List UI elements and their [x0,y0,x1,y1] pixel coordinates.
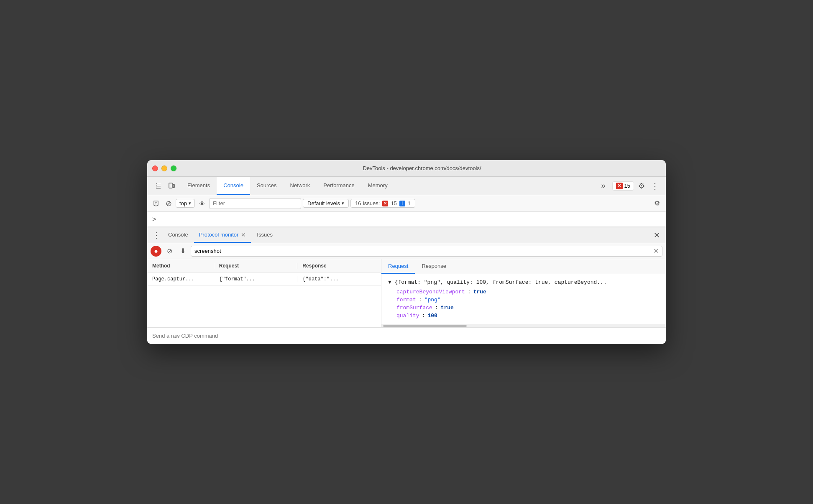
protocol-toolbar: ● ⊘ ⬇ ✕ [147,243,666,259]
th-response: Response [297,263,381,269]
breadcrumb-area: > [147,212,666,227]
tab-elements[interactable]: Elements [181,177,217,195]
bottom-panel: ⋮ Console Protocol monitor ✕ Issues ✕ ● [147,227,666,344]
filter-input[interactable] [209,198,301,209]
window-title: DevTools - developer.chrome.com/docs/dev… [183,165,661,171]
detail-tab-response[interactable]: Response [415,259,453,274]
search-bar: ✕ [191,246,662,257]
table-header: Method Request Response [147,259,381,272]
svg-marker-2 [154,201,158,206]
table-right: Request Response ▼ {format: "png", quali… [381,259,666,327]
top-selector[interactable]: top ▾ [176,199,195,208]
levels-arrow-icon: ▾ [342,201,344,206]
panel-tab-issues[interactable]: Issues [252,227,278,243]
prop-value-capture-beyond: true [473,289,486,295]
traffic-lights [152,165,176,171]
default-levels-selector[interactable]: Default levels ▾ [303,199,349,208]
stop-button[interactable]: ⊘ [164,246,175,257]
detail-prop-from-surface: fromSurface : true [396,305,659,311]
detail-prop-capture-beyond: captureBeyondViewport : true [396,289,659,295]
detail-prop-format: format : "png" [396,297,659,303]
prop-key-format: format [396,297,416,303]
search-input[interactable] [194,248,653,254]
error-count-badge[interactable]: ✕ 15 [612,181,634,191]
panel-tab-console[interactable]: Console [163,227,193,243]
prop-value-from-surface: true [441,305,454,311]
console-settings-icon[interactable]: ⚙ [652,198,662,209]
tab-console[interactable]: Console [217,177,250,195]
tab-bar-icons [149,180,181,192]
stop-icon[interactable]: ⊘ [163,198,174,209]
protocol-table: Method Request Response Page.captur... {… [147,259,666,327]
panel-tab-bar: ⋮ Console Protocol monitor ✕ Issues ✕ [147,227,666,243]
clear-log-button[interactable] [151,198,161,209]
prop-key-quality: quality [396,313,419,319]
devtools-window: DevTools - developer.chrome.com/docs/dev… [147,160,666,344]
tab-performance[interactable]: Performance [317,177,361,195]
eye-icon[interactable]: 👁 [197,198,207,209]
td-response: {"data":"... [297,276,381,282]
cdp-command-input[interactable] [152,333,661,339]
close-button[interactable] [152,165,158,171]
prop-value-format: "png" [424,297,441,303]
detail-tab-request[interactable]: Request [381,259,415,274]
detail-content: ▼ {format: "png", quality: 100, fromSurf… [381,274,666,324]
device-icon[interactable] [166,180,177,192]
detail-scroll-bar[interactable] [381,324,666,327]
close-panel-icon[interactable]: ✕ [651,229,662,241]
scroll-thumb [383,325,467,327]
main-tab-bar: Elements Console Sources Network Perform… [147,177,666,195]
search-clear-icon[interactable]: ✕ [653,247,659,255]
tab-bar-right: ✕ 15 ⚙ ⋮ [609,180,664,192]
minimize-button[interactable] [161,165,167,171]
more-options-icon[interactable]: ⋮ [649,180,661,192]
issues-error-icon: ✕ [382,201,388,206]
error-icon: ✕ [616,183,623,189]
detail-tabs: Request Response [381,259,666,274]
tab-sources[interactable]: Sources [250,177,284,195]
th-method: Method [147,263,214,269]
panel-tab-protocol-monitor[interactable]: Protocol monitor ✕ [194,227,251,243]
table-row[interactable]: Page.captur... {"format"... {"data":"... [147,272,381,286]
inspect-icon[interactable] [152,180,164,192]
more-tabs-button[interactable]: » [598,177,609,195]
panel-menu-icon[interactable]: ⋮ [151,229,162,241]
prop-key-from-surface: fromSurface [396,305,432,311]
issues-info-icon: i [399,201,405,206]
console-toolbar: ⊘ top ▾ 👁 Default levels ▾ 16 Issues: ✕ … [147,195,666,212]
record-button[interactable]: ● [151,246,161,257]
tab-memory[interactable]: Memory [361,177,394,195]
tab-network[interactable]: Network [284,177,317,195]
close-protocol-monitor-icon[interactable]: ✕ [241,232,246,238]
svg-rect-0 [169,183,172,188]
th-request: Request [214,263,298,269]
table-left: Method Request Response Page.captur... {… [147,259,381,327]
detail-prop-quality: quality : 100 [396,313,659,319]
dropdown-arrow-icon: ▾ [189,201,191,206]
svg-rect-1 [173,184,174,188]
main-tabs: Elements Console Sources Network Perform… [181,177,598,195]
detail-object-header[interactable]: ▼ {format: "png", quality: 100, fromSurf… [388,279,659,285]
detail-object: ▼ {format: "png", quality: 100, fromSurf… [388,279,659,319]
bottom-input-bar [147,327,666,344]
prop-value-quality: 100 [427,313,437,319]
settings-icon[interactable]: ⚙ [636,180,647,192]
download-button[interactable]: ⬇ [177,246,188,257]
issues-badge[interactable]: 16 Issues: ✕ 15 i 1 [350,199,415,208]
td-method: Page.captur... [147,276,214,282]
breadcrumb-chevron[interactable]: > [152,216,156,223]
title-bar: DevTools - developer.chrome.com/docs/dev… [147,160,666,177]
td-request: {"format"... [214,276,298,282]
devtools-panel: Elements Console Sources Network Perform… [147,177,666,344]
maximize-button[interactable] [171,165,176,171]
console-toolbar-right: ⚙ [652,198,662,209]
prop-key-capture-beyond: captureBeyondViewport [396,289,465,295]
